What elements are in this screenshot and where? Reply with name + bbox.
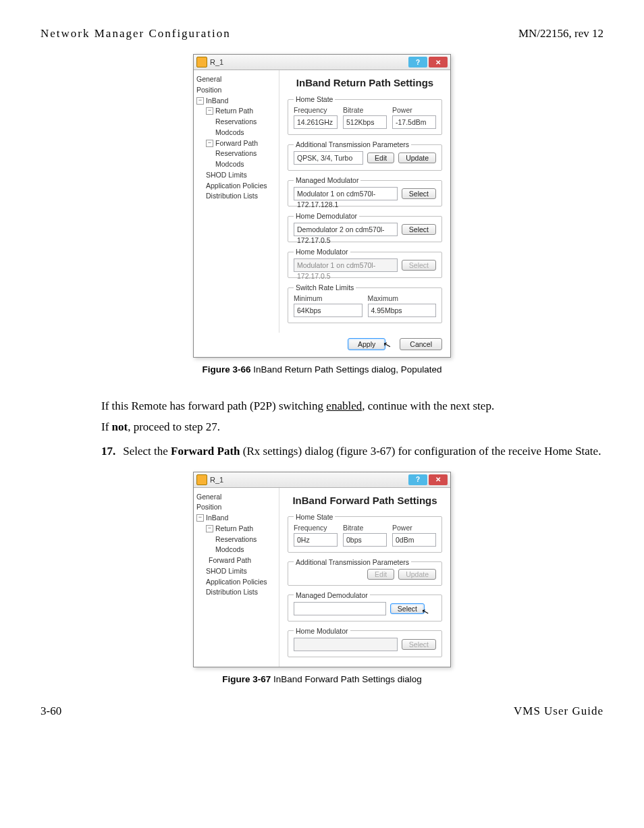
apply-button[interactable]: Apply: [348, 338, 385, 350]
tree-forward-path[interactable]: −Forward Path: [196, 138, 276, 149]
tree-dist[interactable]: Distribution Lists: [196, 587, 276, 598]
header-right: MN/22156, rev 12: [518, 27, 603, 40]
select-button[interactable]: Select: [390, 603, 425, 614]
figure-caption-66: Figure 3-66 InBand Return Path Settings …: [41, 364, 603, 375]
nav-tree: General Position −InBand −Return Path Re…: [194, 70, 279, 333]
nav-tree: General Position −InBand −Return Path Re…: [194, 488, 279, 667]
select-button: Select: [402, 639, 436, 650]
forward-path-dialog: R_1 ? ✕ General Position −InBand −Return…: [193, 472, 451, 667]
tree-modcods[interactable]: Modcods: [196, 159, 276, 170]
close-icon[interactable]: ✕: [429, 474, 448, 485]
expander-icon[interactable]: −: [196, 97, 204, 105]
step-number: 17.: [101, 443, 120, 460]
freq-label: Frequency: [294, 524, 338, 532]
cursor-icon: ↖: [382, 339, 393, 352]
expander-icon[interactable]: −: [206, 525, 213, 532]
header-left: Network Manager Configuration: [41, 27, 231, 40]
cursor-icon: ↖: [421, 606, 431, 617]
cancel-button[interactable]: Cancel: [400, 338, 442, 350]
pane-title: InBand Forward Path Settings: [288, 495, 442, 506]
home-demod-field[interactable]: Demodulator 2 on cdm570l-172.17.0.5: [294, 223, 398, 236]
select-button[interactable]: Select: [402, 224, 436, 235]
content-pane: InBand Return Path Settings Home State F…: [279, 70, 450, 333]
expander-icon[interactable]: −: [206, 140, 213, 147]
tree-position[interactable]: Position: [196, 502, 276, 513]
title-bar: R_1 ? ✕: [194, 472, 450, 488]
expander-icon[interactable]: −: [206, 107, 213, 115]
tree-app-pol[interactable]: Application Policies: [196, 181, 276, 192]
edit-button: Edit: [367, 569, 394, 580]
tree-reservations[interactable]: Reservations: [196, 148, 276, 159]
power-field[interactable]: 0dBm: [392, 533, 436, 547]
app-icon: [196, 57, 207, 67]
tree-position[interactable]: Position: [196, 85, 276, 96]
figure-caption-67: Figure 3-67 InBand Forward Path Settings…: [41, 674, 603, 684]
tree-inband[interactable]: −InBand: [196, 513, 276, 524]
tree-return-path[interactable]: −Return Path: [196, 524, 276, 534]
bitrate-label: Bitrate: [343, 524, 387, 532]
content-pane: InBand Forward Path Settings Home State …: [279, 488, 450, 667]
app-icon: [196, 474, 207, 485]
footer-title: VMS User Guide: [514, 705, 603, 718]
atp-group: Additional Transmission Parameters Edit …: [288, 558, 442, 586]
update-button: Update: [398, 569, 436, 580]
switch-rate-group: Switch Rate Limits Minimum 64Kbps Maximu…: [288, 283, 442, 323]
tree-reservations[interactable]: Reservations: [196, 117, 276, 128]
help-icon[interactable]: ?: [408, 57, 427, 67]
home-state-legend: Home State: [294, 513, 335, 521]
freq-field[interactable]: 14.261GHz: [294, 115, 338, 129]
tree-modcods[interactable]: Modcods: [196, 128, 276, 138]
home-demod-legend: Home Demodulator: [294, 212, 359, 220]
pane-title: InBand Return Path Settings: [288, 77, 442, 88]
home-mod-legend: Home Modulator: [294, 627, 350, 635]
freq-label: Frequency: [294, 106, 338, 114]
managed-mod-group: Managed Modulator Modulator 1 on cdm570l…: [288, 176, 442, 206]
home-state-group: Home State Frequency 14.261GHz Bitrate 5…: [288, 95, 442, 135]
atp-legend: Additional Transmission Parameters: [294, 558, 411, 566]
bitrate-field[interactable]: 512Kbps: [343, 115, 387, 129]
home-demod-group: Home Demodulator Demodulator 2 on cdm570…: [288, 212, 442, 242]
managed-mod-field[interactable]: Modulator 1 on cdm570l-172.17.128.1: [294, 187, 398, 200]
return-path-dialog: R_1 ? ✕ General Position −InBand −Return…: [193, 54, 451, 358]
expander-icon[interactable]: −: [196, 514, 204, 522]
tree-return-path[interactable]: −Return Path: [196, 106, 276, 117]
bitrate-field[interactable]: 0bps: [343, 533, 387, 547]
body-para-1: If this Remote has forward path (P2P) sw…: [101, 399, 603, 414]
window-title: R_1: [210, 476, 407, 484]
tree-general[interactable]: General: [196, 74, 276, 85]
power-label: Power: [392, 106, 436, 114]
tree-app-pol[interactable]: Application Policies: [196, 577, 276, 588]
close-icon[interactable]: ✕: [429, 57, 448, 67]
max-field[interactable]: 4.95Mbps: [368, 304, 437, 317]
atp-group: Additional Transmission Parameters QPSK,…: [288, 140, 442, 171]
window-title: R_1: [210, 58, 407, 66]
power-field[interactable]: -17.5dBm: [392, 115, 436, 129]
tree-forward-path[interactable]: Forward Path: [196, 555, 276, 566]
home-mod-field: [294, 638, 398, 651]
bitrate-label: Bitrate: [343, 106, 387, 114]
tree-general[interactable]: General: [196, 492, 276, 503]
update-button[interactable]: Update: [398, 153, 436, 163]
home-mod-group: Home Modulator Select: [288, 627, 442, 657]
step-17: 17. Select the Forward Path (Rx settings…: [101, 443, 603, 460]
dialog-buttons: Apply↖ Cancel: [194, 333, 450, 357]
min-field[interactable]: 64Kbps: [294, 304, 363, 317]
managed-demod-field[interactable]: [294, 602, 386, 615]
managed-demod-group: Managed Demodulator Select↖: [288, 591, 442, 622]
tree-shod[interactable]: SHOD Limits: [196, 566, 276, 577]
min-label: Minimum: [294, 294, 363, 302]
freq-field[interactable]: 0Hz: [294, 533, 338, 547]
home-mod-group: Home Modulator Modulator 1 on cdm570l-17…: [288, 248, 442, 278]
tree-modcods[interactable]: Modcods: [196, 545, 276, 555]
edit-button[interactable]: Edit: [367, 153, 394, 163]
select-button[interactable]: Select: [402, 188, 436, 199]
title-bar: R_1 ? ✕: [194, 55, 450, 70]
tree-inband[interactable]: −InBand: [196, 96, 276, 107]
help-icon[interactable]: ?: [408, 474, 427, 485]
atp-field[interactable]: QPSK, 3/4, Turbo: [294, 151, 363, 165]
tree-shod[interactable]: SHOD Limits: [196, 170, 276, 181]
tree-reservations[interactable]: Reservations: [196, 534, 276, 545]
home-mod-legend: Home Modulator: [294, 248, 350, 256]
tree-dist[interactable]: Distribution Lists: [196, 191, 276, 202]
page-footer: 3-60 VMS User Guide: [41, 705, 603, 718]
